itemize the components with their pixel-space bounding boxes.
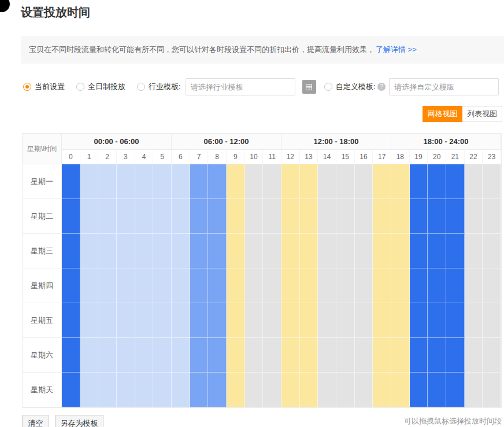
time-cell[interactable] [227,268,245,303]
time-cell[interactable] [208,303,227,338]
time-cell[interactable] [208,164,227,199]
time-cell[interactable] [153,164,172,199]
time-cell[interactable] [245,234,264,268]
time-cell[interactable] [483,268,501,303]
time-cell[interactable] [135,373,154,407]
time-cell[interactable] [98,199,117,234]
time-cell[interactable] [98,234,117,268]
time-cell[interactable] [245,199,264,234]
time-cell[interactable] [98,338,117,373]
time-cell[interactable] [80,199,99,234]
time-cell[interactable] [465,268,483,303]
time-cell[interactable] [465,234,483,268]
time-cell[interactable] [227,234,245,268]
time-cell[interactable] [117,338,135,373]
time-cell[interactable] [117,164,135,199]
time-cell[interactable] [483,164,501,199]
time-cell[interactable] [355,164,373,199]
time-cell[interactable] [227,303,245,338]
apply-template-button[interactable] [302,80,316,94]
time-cell[interactable] [281,338,300,373]
time-cell[interactable] [336,338,355,373]
time-cell[interactable] [483,373,501,407]
time-cell[interactable] [391,234,410,268]
time-cell[interactable] [373,164,391,199]
time-cell[interactable] [428,164,446,199]
time-cell[interactable] [318,373,336,407]
time-cell[interactable] [300,268,318,303]
time-cell[interactable] [245,303,264,338]
time-cell[interactable] [263,268,281,303]
time-cell[interactable] [190,268,209,303]
time-cell[interactable] [391,164,410,199]
time-cell[interactable] [208,234,227,268]
time-cell[interactable] [300,303,318,338]
time-cell[interactable] [446,303,465,338]
time-cell[interactable] [227,373,245,407]
time-cell[interactable] [263,303,281,338]
time-cell[interactable] [135,234,154,268]
time-cell[interactable] [153,234,172,268]
radio-custom-template[interactable] [324,83,332,91]
time-cell[interactable] [355,199,373,234]
time-cell[interactable] [62,338,80,373]
time-cell[interactable] [80,338,99,373]
learn-more-link[interactable]: 了解详情 >> [376,45,417,55]
time-cell[interactable] [117,303,135,338]
time-cell[interactable] [300,164,318,199]
time-cell[interactable] [428,268,446,303]
time-cell[interactable] [153,199,172,234]
option-custom-template[interactable]: 自定义模板: [324,82,376,92]
time-cell[interactable] [446,164,465,199]
time-cell[interactable] [336,164,355,199]
time-cell[interactable] [355,234,373,268]
time-cell[interactable] [410,164,428,199]
time-cell[interactable] [446,373,465,407]
time-cell[interactable] [428,303,446,338]
time-cell[interactable] [391,199,410,234]
time-cell[interactable] [153,338,172,373]
time-cell[interactable] [428,373,446,407]
time-cell[interactable] [391,303,410,338]
save-as-template-button[interactable]: 另存为模板 [55,415,103,427]
time-cell[interactable] [355,268,373,303]
time-cell[interactable] [410,268,428,303]
time-cell[interactable] [355,373,373,407]
time-cell[interactable] [428,199,446,234]
time-cell[interactable] [80,164,99,199]
time-cell[interactable] [410,303,428,338]
time-cell[interactable] [336,303,355,338]
time-cell[interactable] [446,338,465,373]
time-cell[interactable] [428,338,446,373]
time-cell[interactable] [465,373,483,407]
option-industry-template[interactable]: 行业模板: [137,82,181,92]
time-cell[interactable] [80,303,99,338]
time-cell[interactable] [208,338,227,373]
time-cell[interactable] [80,373,99,407]
time-cell[interactable] [336,268,355,303]
time-cell[interactable] [62,303,80,338]
clear-button[interactable]: 清空 [22,415,49,427]
time-cell[interactable] [245,164,264,199]
time-cell[interactable] [62,373,80,407]
time-cell[interactable] [153,303,172,338]
time-cell[interactable] [410,373,428,407]
time-cell[interactable] [318,338,336,373]
time-cell[interactable] [135,199,154,234]
time-cell[interactable] [281,373,300,407]
time-cell[interactable] [208,199,227,234]
option-current-setting[interactable]: 当前设置 [23,82,65,92]
time-cell[interactable] [153,373,172,407]
time-cell[interactable] [428,234,446,268]
time-cell[interactable] [281,234,300,268]
time-cell[interactable] [300,199,318,234]
time-cell[interactable] [318,303,336,338]
time-cell[interactable] [373,268,391,303]
time-cell[interactable] [172,164,190,199]
time-cell[interactable] [465,338,483,373]
time-cell[interactable] [135,268,154,303]
time-cell[interactable] [172,303,190,338]
time-cell[interactable] [465,164,483,199]
grid-view-button[interactable]: 网格视图 [423,106,462,122]
time-cell[interactable] [263,373,281,407]
